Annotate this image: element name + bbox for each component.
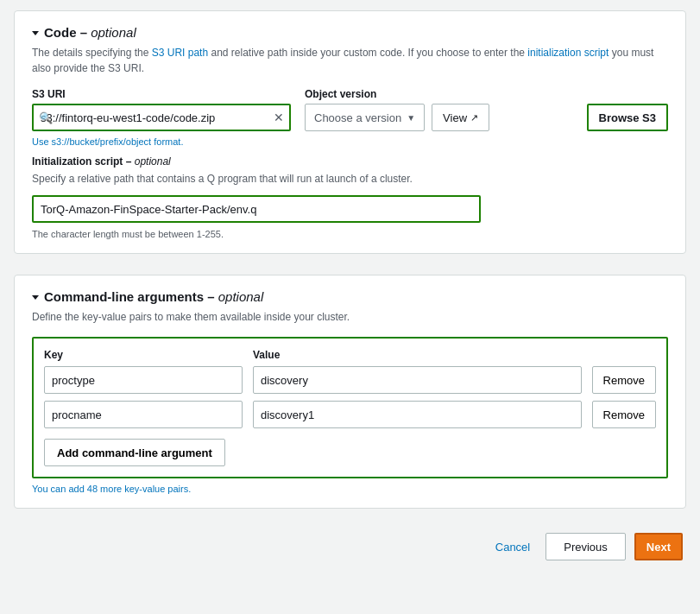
code-title-optional: optional	[91, 25, 136, 40]
init-script-optional: optional	[135, 155, 171, 168]
key-input-1[interactable]	[44, 366, 243, 394]
view-button[interactable]: View ↗	[432, 104, 489, 131]
init-script-link[interactable]: initialization script	[527, 47, 609, 59]
object-version-group: Object version Choose a version ▼ View ↗	[305, 88, 573, 131]
add-cmdarg-button[interactable]: Add command-line argument	[44, 439, 225, 466]
code-title-text: Code	[44, 25, 77, 40]
s3-uri-hint: Use s3://bucket/prefix/object format.	[32, 136, 291, 147]
init-script-label: Initialization script – optional	[32, 155, 668, 168]
key-input-wrapper-2	[44, 401, 243, 428]
kv-table-header: Key Value	[44, 349, 656, 361]
char-hint: The character length must be between 1-2…	[32, 229, 668, 239]
value-col-header: Value	[253, 349, 656, 361]
version-select-wrapper: Choose a version ▼ View ↗	[305, 104, 573, 131]
previous-button[interactable]: Previous	[545, 533, 626, 560]
code-section: Code – optional The details specifying t…	[14, 10, 686, 254]
s3-uri-row: S3 URI 🔍 ✕ Use s3://bucket/prefix/object…	[32, 88, 668, 147]
s3-uri-input[interactable]	[32, 104, 291, 131]
value-input-wrapper-2	[253, 401, 582, 428]
version-dropdown[interactable]: Choose a version ▼	[305, 104, 425, 131]
search-icon: 🔍	[39, 111, 53, 124]
remove-button-2[interactable]: Remove	[592, 401, 656, 428]
next-button[interactable]: Next	[634, 533, 683, 560]
cmdargs-section: Command-line arguments – optional Define…	[14, 275, 686, 509]
object-version-label: Object version	[305, 88, 573, 100]
browse-s3-group: Browse S3	[587, 104, 668, 131]
code-section-header: Code – optional	[32, 25, 668, 40]
expand-icon[interactable]	[32, 31, 39, 35]
remove-button-1[interactable]: Remove	[592, 366, 656, 394]
value-input-2[interactable]	[253, 401, 582, 428]
s3-uri-label: S3 URI	[32, 88, 291, 100]
cmdargs-title-text: Command-line arguments	[44, 289, 204, 304]
page-wrapper: Code – optional The details specifying t…	[0, 0, 700, 571]
key-input-wrapper-1	[44, 366, 243, 394]
cmdargs-section-title: Command-line arguments – optional	[44, 289, 263, 304]
init-script-group: Initialization script – optional Specify…	[32, 155, 668, 239]
cmdargs-section-header: Command-line arguments – optional	[32, 289, 668, 304]
cmdargs-expand-icon[interactable]	[32, 295, 39, 300]
init-script-label-text: Initialization script	[32, 155, 123, 168]
version-placeholder: Choose a version	[314, 111, 401, 124]
s3-uri-input-wrapper: 🔍 ✕	[32, 104, 291, 131]
code-section-desc: The details specifying the S3 URI path a…	[32, 45, 668, 76]
cmdargs-section-desc: Define the key-value pairs to make them …	[32, 309, 668, 325]
key-col-header: Key	[44, 349, 243, 361]
add-hint: You can add 48 more key-value pairs.	[32, 484, 668, 494]
s3-uri-clear-button[interactable]: ✕	[274, 111, 284, 123]
external-link-icon: ↗	[470, 112, 478, 123]
kv-row-2: Remove	[44, 401, 656, 428]
view-label: View	[443, 111, 467, 124]
s3-uri-link[interactable]: S3 URI path	[152, 47, 208, 59]
value-input-wrapper-1	[253, 366, 582, 394]
init-script-input[interactable]	[32, 195, 481, 223]
footer-bar: Cancel Previous Next	[0, 522, 700, 571]
cmdargs-bordered-area: Key Value Remove	[32, 337, 668, 478]
code-section-title: Code – optional	[44, 25, 136, 40]
browse-s3-button[interactable]: Browse S3	[587, 104, 668, 131]
s3-uri-group: S3 URI 🔍 ✕ Use s3://bucket/prefix/object…	[32, 88, 291, 147]
kv-row-1: Remove	[44, 366, 656, 394]
key-input-2[interactable]	[44, 401, 243, 428]
cmdargs-title-optional: optional	[218, 289, 264, 304]
init-script-desc: Specify a relative path that contains a …	[32, 171, 668, 187]
value-input-1[interactable]	[253, 366, 582, 394]
chevron-down-icon: ▼	[407, 113, 415, 123]
cancel-button[interactable]: Cancel	[489, 536, 537, 558]
